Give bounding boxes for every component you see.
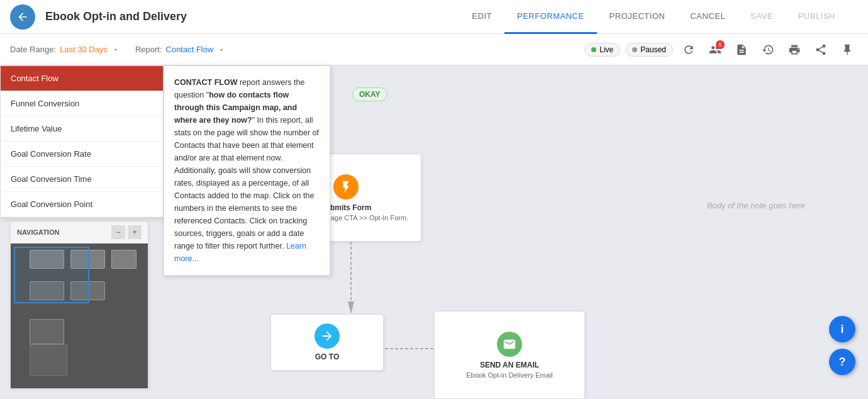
report-dropdown: Contact Flow Funnel Conversion Lifetime … bbox=[0, 65, 164, 218]
dropdown-item-goal-conversion-time[interactable]: Goal Conversion Time bbox=[1, 167, 163, 192]
date-range-selector[interactable]: Date Range: Last 30 Days bbox=[10, 45, 120, 54]
okay-badge: OKAY bbox=[352, 87, 387, 101]
tab-performance[interactable]: PERFORMANCE bbox=[504, 0, 597, 34]
live-dot bbox=[591, 47, 596, 52]
page-title: Ebook Opt-in and Delivery bbox=[45, 10, 459, 23]
notes-icon bbox=[735, 43, 748, 56]
connector-down bbox=[345, 242, 357, 317]
info-fab[interactable]: i bbox=[829, 316, 855, 342]
contacts-button[interactable]: 5 bbox=[704, 39, 726, 60]
sub-header-actions: Live Paused 5 bbox=[584, 39, 858, 60]
dropdown-item-goal-conversion-point[interactable]: Goal Conversion Point bbox=[1, 192, 163, 217]
nav-panel-label: NAVIGATION bbox=[17, 228, 59, 236]
print-button[interactable] bbox=[784, 39, 805, 60]
tab-projection[interactable]: PROJECTION bbox=[597, 0, 678, 34]
send-email-subtitle: Ebook Opt-in Delivery Email bbox=[466, 371, 553, 379]
date-range-label: Date Range: bbox=[10, 45, 56, 54]
go-to-card[interactable]: GO TO bbox=[270, 314, 384, 371]
live-label: Live bbox=[599, 45, 613, 54]
dropdown-item-funnel-conversion[interactable]: Funnel Conversion bbox=[1, 91, 163, 116]
pin-icon bbox=[841, 43, 854, 56]
tab-edit[interactable]: EDIT bbox=[459, 0, 504, 34]
tooltip-title: CONTACT FLOW bbox=[174, 78, 237, 87]
nav-panel-expand[interactable]: + bbox=[128, 225, 142, 239]
back-button[interactable] bbox=[10, 4, 35, 30]
header: Ebook Opt-in and Delivery EDIT PERFORMAN… bbox=[0, 0, 868, 34]
refresh-button[interactable] bbox=[678, 39, 699, 60]
history-button[interactable] bbox=[757, 39, 779, 60]
contacts-badge: 5 bbox=[716, 40, 725, 49]
dropdown-item-goal-conversion-rate[interactable]: Goal Conversion Rate bbox=[1, 142, 163, 167]
note-text: Body of the note goes here bbox=[707, 201, 805, 210]
tab-publish[interactable]: PUBLISH bbox=[786, 0, 848, 34]
paused-label: Paused bbox=[640, 45, 666, 54]
paused-dot bbox=[632, 47, 637, 52]
go-to-icon bbox=[314, 323, 340, 349]
svg-marker-1 bbox=[348, 301, 354, 314]
chevron-up-icon bbox=[217, 45, 226, 54]
history-icon bbox=[762, 43, 774, 56]
main-content: OKAY Body of the note goes here Submits … bbox=[0, 65, 868, 399]
pin-button[interactable] bbox=[837, 39, 858, 60]
help-fab[interactable]: ? bbox=[829, 349, 855, 375]
notes-button[interactable] bbox=[731, 39, 752, 60]
report-selector[interactable]: Report: Contact Flow bbox=[135, 45, 584, 54]
dropdown-item-lifetime-value[interactable]: Lifetime Value bbox=[1, 116, 163, 142]
nav-panel-minimize[interactable]: − bbox=[111, 225, 125, 239]
sub-header: Date Range: Last 30 Days Report: Contact… bbox=[0, 34, 868, 65]
go-to-title: GO TO bbox=[315, 352, 339, 361]
send-email-icon bbox=[497, 332, 522, 357]
contact-flow-tooltip: CONTACT FLOW report answers the question… bbox=[164, 65, 330, 276]
paused-status-badge: Paused bbox=[625, 43, 673, 57]
report-label: Report: bbox=[135, 45, 162, 54]
tooltip-body: " In this report, all stats on the page … bbox=[174, 116, 319, 250]
print-icon bbox=[788, 43, 801, 56]
nav-panel-map[interactable] bbox=[11, 244, 148, 388]
live-status-badge: Live bbox=[584, 43, 620, 57]
chevron-down-icon bbox=[111, 45, 120, 54]
header-tabs: EDIT PERFORMANCE PROJECTION CANCEL SAVE … bbox=[459, 0, 848, 34]
share-button[interactable] bbox=[810, 39, 832, 60]
refresh-icon bbox=[682, 43, 695, 56]
send-email-card[interactable]: SEND AN EMAIL Ebook Opt-in Delivery Emai… bbox=[434, 311, 585, 399]
submits-form-icon bbox=[333, 174, 359, 200]
tab-save[interactable]: SAVE bbox=[738, 0, 786, 34]
tab-cancel[interactable]: CANCEL bbox=[677, 0, 738, 34]
nav-panel-header: NAVIGATION − + bbox=[11, 222, 148, 244]
send-email-title: SEND AN EMAIL bbox=[480, 361, 539, 369]
report-value: Contact Flow bbox=[166, 45, 214, 54]
dropdown-item-contact-flow[interactable]: Contact Flow bbox=[1, 66, 163, 91]
share-icon bbox=[815, 43, 827, 56]
navigation-panel: NAVIGATION − + bbox=[10, 221, 148, 389]
date-range-value: Last 30 Days bbox=[60, 45, 108, 54]
